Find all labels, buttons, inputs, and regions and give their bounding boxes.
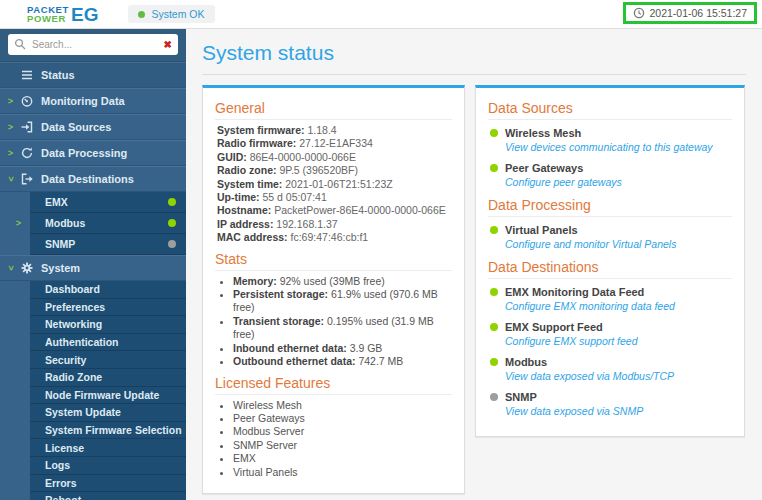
chevron-down-icon: > <box>6 261 16 274</box>
sidebar-item-data-processing[interactable]: > Data Processing <box>0 140 186 166</box>
licensed-feature: EMX <box>233 452 452 465</box>
sidebar-search-area: ✖ <box>0 29 186 62</box>
status-ok-dot-icon <box>138 11 145 18</box>
system-submenu: Dashboard Preferences Networking Authent… <box>0 281 186 500</box>
licensed-feature: Virtual Panels <box>233 466 452 479</box>
service-name: EMX Monitoring Data Feed <box>505 286 644 298</box>
status-dot-green-icon <box>490 288 498 296</box>
field-row: Radio firmware: 27.12-E1AF334 <box>217 137 452 150</box>
sidebar-item-label: Monitoring Data <box>41 95 125 107</box>
sidebar-item-reboot[interactable]: Reboot <box>30 492 186 500</box>
section-title-data-processing: Data Processing <box>488 197 732 217</box>
service-entry: EMX Monitoring Data Feed Configure EMX m… <box>490 286 732 312</box>
logo-eg: EG <box>71 5 98 24</box>
sidebar-item-label: System <box>41 262 80 274</box>
section-title-data-sources: Data Sources <box>488 100 732 120</box>
sidebar-item-modbus[interactable]: > Modbus <box>30 213 186 234</box>
stat-item: Inbound ethernet data: 3.9 GB <box>233 342 452 355</box>
sidebar-item-monitoring-data[interactable]: > Monitoring Data <box>0 88 186 114</box>
sidebar-item-dashboard[interactable]: Dashboard <box>30 281 186 299</box>
sidebar-item-emx[interactable]: EMX <box>30 192 186 213</box>
field-row: Up-time: 55 d 05:07:41 <box>217 191 452 204</box>
field-row: Radio zone: 9P.5 (396520BF) <box>217 164 452 177</box>
service-entry: Virtual Panels Configure and monitor Vir… <box>490 224 732 250</box>
service-link[interactable]: View devices communicating to this gatew… <box>505 141 732 153</box>
field-row: System firmware: 1.18.4 <box>217 124 452 137</box>
stat-item: Persistent storage: 61.9% used (970.6 MB… <box>233 288 452 315</box>
sidebar-item-errors[interactable]: Errors <box>30 475 186 493</box>
chevron-down-icon: > <box>6 172 16 185</box>
service-entry: Peer Gateways Configure peer gateways <box>490 162 732 188</box>
sidebar-item-logs[interactable]: Logs <box>30 457 186 475</box>
sidebar-item-snmp[interactable]: SNMP <box>30 234 186 255</box>
service-link[interactable]: Configure peer gateways <box>505 176 732 188</box>
sidebar-item-system-update[interactable]: System Update <box>30 404 186 422</box>
sidebar-item-networking[interactable]: Networking <box>30 316 186 334</box>
refresh-icon <box>19 147 35 159</box>
main-content: System status General System firmware: 1… <box>186 29 762 500</box>
system-ok-badge: System OK <box>128 5 214 23</box>
chevron-right-icon: > <box>4 148 17 158</box>
stats-list: Memory: 92% used (39MB free) Persistent … <box>221 275 452 369</box>
app-window: PACKET POWER EG System OK 2021-01-06 15:… <box>0 0 762 500</box>
field-row: Hostname: PacketPower-86E4-0000-0000-066… <box>217 204 452 217</box>
status-dot-green-icon <box>168 219 176 227</box>
chevron-right-icon: > <box>4 122 17 132</box>
sidebar-item-authentication[interactable]: Authentication <box>30 334 186 352</box>
status-dot-gray-icon <box>490 393 498 401</box>
sidebar-item-label: Data Destinations <box>41 173 134 185</box>
field-row: MAC address: fc:69:47:46:cb:f1 <box>217 231 452 244</box>
sidebar-item-security[interactable]: Security <box>30 351 186 369</box>
status-dot-green-icon <box>490 358 498 366</box>
search-icon <box>14 38 27 51</box>
stat-item: Transient storage: 0.195% used (31.9 MB … <box>233 315 452 342</box>
service-link[interactable]: View data exposed via Modbus/TCP <box>505 370 732 382</box>
sidebar-item-system[interactable]: > System <box>0 255 186 281</box>
sidebar-item-node-firmware-update[interactable]: Node Firmware Update <box>30 387 186 405</box>
section-title-data-destinations: Data Destinations <box>488 259 732 279</box>
system-info-card: General System firmware: 1.18.4 Radio fi… <box>202 85 465 494</box>
title-divider <box>202 74 746 75</box>
data-destinations-submenu: EMX > Modbus SNMP <box>0 192 186 255</box>
gear-icon <box>19 262 35 274</box>
chevron-right-icon: > <box>12 218 25 228</box>
sidebar-item-radio-zone[interactable]: Radio Zone <box>30 369 186 387</box>
sign-out-icon <box>19 173 35 185</box>
chevron-right-icon: > <box>4 96 17 106</box>
search-clear-icon[interactable]: ✖ <box>164 37 172 52</box>
page-title: System status <box>202 41 746 65</box>
sidebar-item-data-sources[interactable]: > Data Sources <box>0 114 186 140</box>
sidebar-item-label: Data Sources <box>41 121 111 133</box>
search-input[interactable] <box>8 34 178 55</box>
list-icon <box>19 69 35 81</box>
service-entry: Wireless Mesh View devices communicating… <box>490 127 732 153</box>
service-link[interactable]: View data exposed via SNMP <box>505 405 732 417</box>
general-fields: System firmware: 1.18.4 Radio firmware: … <box>217 124 452 245</box>
services-overview-card: Data Sources Wireless Mesh View devices … <box>475 85 745 437</box>
field-row: IP address: 192.168.1.37 <box>217 218 452 231</box>
status-dot-green-icon <box>490 129 498 137</box>
sidebar-nav: ✖ Status > Monitoring Data <box>0 29 186 500</box>
status-dot-gray-icon <box>168 240 176 248</box>
section-title-stats: Stats <box>215 251 452 271</box>
sidebar-item-data-destinations[interactable]: > Data Destinations <box>0 166 186 192</box>
sidebar-item-preferences[interactable]: Preferences <box>30 299 186 317</box>
status-dot-green-icon <box>168 198 176 206</box>
status-dot-green-icon <box>490 226 498 234</box>
stat-item: Memory: 92% used (39MB free) <box>233 275 452 288</box>
status-dot-green-icon <box>490 164 498 172</box>
sidebar-item-label: Status <box>41 69 75 81</box>
service-link[interactable]: Configure EMX support feed <box>505 335 732 347</box>
service-link[interactable]: Configure and monitor Virtual Panels <box>505 238 732 250</box>
status-badge-label: System OK <box>151 8 204 20</box>
stat-item: Outbound ethernet data: 742.7 MB <box>233 355 452 368</box>
service-entry: Modbus View data exposed via Modbus/TCP <box>490 356 732 382</box>
sign-in-icon <box>19 121 35 133</box>
service-name: Modbus <box>505 356 547 368</box>
sidebar-item-status[interactable]: Status <box>0 62 186 88</box>
sidebar-item-system-firmware-selection[interactable]: System Firmware Selection <box>30 422 186 440</box>
sidebar-item-label: Data Processing <box>41 147 127 159</box>
sidebar-item-license[interactable]: License <box>30 439 186 457</box>
service-link[interactable]: Configure EMX monitoring data feed <box>505 300 732 312</box>
current-timestamp: 2021-01-06 15:51:27 <box>650 7 748 19</box>
